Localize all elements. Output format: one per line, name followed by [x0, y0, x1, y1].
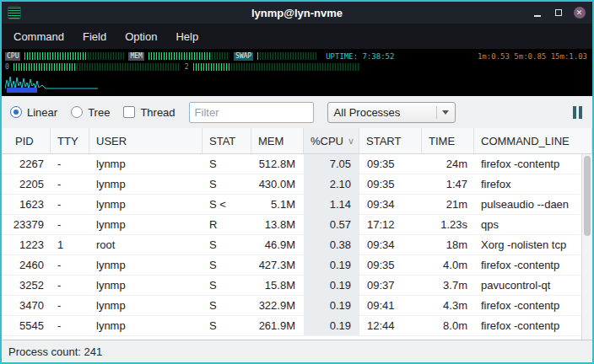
cell-stat: S — [202, 276, 251, 295]
thread-checkbox[interactable]: Thread — [123, 106, 175, 119]
column-header-pid[interactable]: PID — [2, 128, 51, 153]
cell-cpu: 0.19 — [304, 316, 359, 335]
cell-pid: 5545 — [2, 316, 51, 335]
statusbar: Process count: 241 — [2, 340, 592, 362]
cell-stat: R — [202, 215, 251, 234]
cell-cmd: firefox -contentp — [474, 154, 581, 174]
linear-label: Linear — [27, 106, 57, 119]
mem-label: MEM — [128, 52, 143, 61]
cell-cmd: pavucontrol-qt — [474, 276, 581, 295]
cell-time: 24m — [422, 154, 474, 174]
app-icon — [8, 7, 20, 19]
cell-user: lynmp — [89, 174, 202, 194]
radio-unselected-icon — [71, 106, 83, 118]
column-header-time[interactable]: TIME — [422, 128, 474, 153]
cell-cmd: firefox -contentp — [474, 296, 581, 315]
cell-tty: - — [51, 215, 89, 234]
cell-user: lynmp — [89, 316, 202, 335]
column-header-mem[interactable]: MEM — [251, 128, 304, 153]
window-title: lynmp@lyn-nvme — [2, 7, 592, 19]
menu-item-option[interactable]: Option — [116, 27, 165, 46]
cell-pid: 2205 — [2, 174, 51, 194]
menu-item-command[interactable]: Command — [5, 27, 73, 46]
table-row[interactable]: 2267-lynmpS512.8M7.0509:3524mfirefox -co… — [2, 154, 581, 174]
monitor-row-2: 0 2 — [5, 62, 589, 72]
cell-tty: - — [51, 154, 89, 174]
cell-mem: 512.8M — [251, 154, 304, 174]
column-header-start[interactable]: START — [359, 128, 422, 153]
cell-start: 09:35 — [359, 174, 422, 194]
column-header-cpu[interactable]: %CPU ∨ — [304, 128, 359, 153]
cell-time: 1:47 — [422, 174, 474, 194]
table-row[interactable]: 3252-lynmpS15.8M0.1909:373.7mpavucontrol… — [2, 276, 581, 296]
column-header-tty[interactable]: TTY — [51, 128, 89, 153]
cell-cpu: 0.57 — [304, 215, 359, 234]
scrollbar-thumb[interactable] — [584, 156, 591, 236]
cell-time: 4.0m — [422, 255, 474, 275]
linear-radio[interactable]: Linear — [10, 106, 57, 119]
cell-tty: 1 — [51, 235, 89, 254]
cell-stat: S — [202, 154, 251, 174]
titlebar[interactable]: lynmp@lyn-nvme ✕ — [2, 2, 592, 24]
cell-tty: - — [51, 255, 89, 275]
table-row[interactable]: 12231rootS46.9M0.3809:3418mXorg -noliste… — [2, 235, 581, 255]
core1-meter — [193, 63, 360, 71]
table-header: PID TTY USER STAT MEM %CPU ∨ START TIME … — [2, 128, 592, 154]
restore-button[interactable] — [552, 7, 564, 19]
close-icon: ✕ — [574, 7, 586, 19]
cell-stat: S — [202, 296, 251, 315]
cell-user: root — [89, 235, 202, 254]
cell-stat: S — [202, 235, 251, 254]
chevron-down-icon — [442, 110, 449, 115]
pause-button[interactable] — [571, 104, 584, 120]
table-row[interactable]: 2460-lynmpS427.3M0.1909:354.0mfirefox -c… — [2, 255, 581, 276]
cell-mem: 5.1M — [251, 195, 304, 214]
table-row[interactable]: 1623-lynmpS <5.1M1.1409:3421mpulseaudio … — [2, 195, 581, 215]
cell-cpu: 0.19 — [304, 255, 359, 275]
cell-mem: 46.9M — [251, 235, 304, 254]
table-row[interactable]: 23379-lynmpR13.8M0.5717:121.23sqps — [2, 215, 581, 235]
menu-item-help[interactable]: Help — [167, 27, 207, 46]
cell-pid: 3252 — [2, 276, 51, 295]
cell-cpu: 0.19 — [304, 276, 359, 295]
core0-meter — [14, 63, 181, 71]
cell-pid: 2460 — [2, 255, 51, 275]
window-controls: ✕ — [531, 7, 586, 19]
cell-tty: - — [51, 276, 89, 295]
cell-stat: S — [202, 255, 251, 275]
cell-mem: 261.9M — [251, 316, 304, 335]
table-row[interactable]: 3470-lynmpS322.9M0.1909:414.3mfirefox -c… — [2, 296, 581, 316]
table-row[interactable]: 2205-lynmpS430.0M2.1009:351:47firefox — [2, 174, 581, 195]
menu-item-field[interactable]: Field — [74, 27, 115, 46]
thread-label: Thread — [140, 106, 175, 119]
table-row[interactable]: 5545-lynmpS261.9M0.1912:448.0mfirefox -c… — [2, 316, 581, 336]
toolbar: Linear Tree Thread All Processes — [2, 96, 592, 128]
swap-label: SWAP — [234, 52, 253, 61]
cell-mem: 427.3M — [251, 255, 304, 275]
minimize-icon — [534, 15, 541, 17]
minimize-button[interactable] — [531, 7, 543, 19]
radio-selected-icon — [10, 106, 22, 118]
cell-cmd: pulseaudio --daen — [474, 195, 581, 214]
cell-tty: - — [51, 296, 89, 315]
cell-time: 21m — [422, 195, 474, 214]
system-monitor[interactable]: CPU MEM SWAP UPTIME: 7:38:52 1m:0.53 5m:… — [2, 49, 592, 96]
cell-start: 09:34 — [359, 235, 422, 254]
cell-cpu: 7.05 — [304, 154, 359, 174]
cell-start: 09:35 — [359, 154, 422, 174]
vertical-scrollbar[interactable] — [581, 154, 592, 340]
cell-pid: 3470 — [2, 296, 51, 315]
process-scope-select[interactable]: All Processes — [327, 102, 456, 123]
core0-label: 0 — [5, 63, 9, 71]
column-header-stat[interactable]: STAT — [202, 128, 251, 153]
filter-input[interactable] — [189, 102, 314, 123]
cell-cmd: Xorg -nolisten tcp — [474, 235, 581, 254]
process-count-text: Process count: 241 — [8, 345, 102, 358]
close-button[interactable]: ✕ — [573, 7, 586, 19]
column-header-command-line[interactable]: COMMAND_LINE — [474, 128, 592, 153]
tree-radio[interactable]: Tree — [71, 106, 110, 119]
column-header-user[interactable]: USER — [89, 128, 202, 153]
cell-time: 8.0m — [422, 316, 474, 335]
cell-mem: 13.8M — [251, 215, 304, 234]
cell-user: lynmp — [89, 195, 202, 214]
